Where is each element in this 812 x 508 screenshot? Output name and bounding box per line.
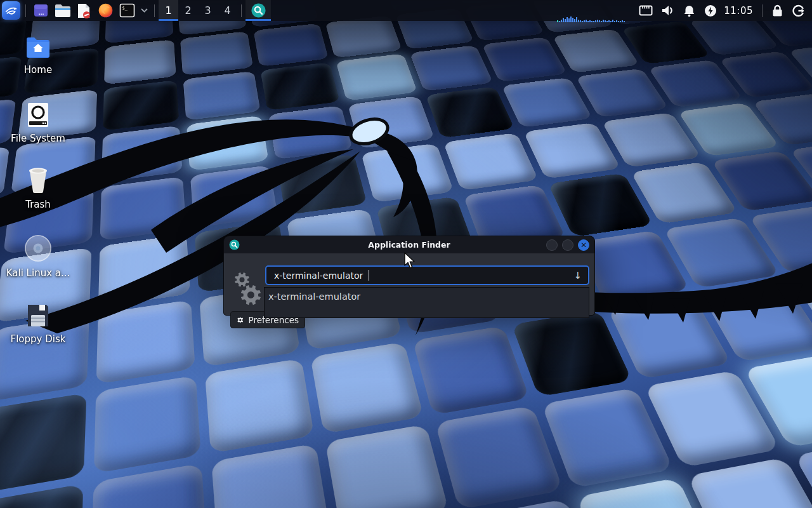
waveform-bar <box>574 19 575 22</box>
waveform-bar <box>620 21 621 22</box>
waveform-bar <box>580 20 581 22</box>
waveform-decoration <box>557 17 625 22</box>
result-item[interactable]: x-terminal-emulator <box>265 288 589 302</box>
minimize-button[interactable] <box>546 239 558 251</box>
panel-separator <box>241 4 242 17</box>
waveform-bar <box>603 20 604 22</box>
network-tray-item[interactable] <box>635 0 657 21</box>
clock[interactable]: 11:05 <box>721 5 758 17</box>
waveform-bar <box>578 20 579 22</box>
search-input-value: x-terminal-emulator <box>274 271 363 281</box>
panel-separator <box>154 4 155 17</box>
waveform-bar <box>589 20 591 22</box>
waveform-bar <box>622 20 623 22</box>
launcher-text-editor[interactable] <box>74 1 93 20</box>
waveform-bar <box>612 20 613 22</box>
desktop-icon-floppy[interactable]: Floppy Disk <box>8 302 69 345</box>
waveform-bar <box>584 20 585 22</box>
launcher-purple-app[interactable] <box>31 1 50 20</box>
workspace-number: 4 <box>224 4 230 17</box>
waveform-bar <box>586 20 587 22</box>
workspace-4[interactable]: 4 <box>218 0 237 21</box>
top-panel: $_ 1 2 3 4 <box>0 0 812 21</box>
appfinder-task-icon <box>251 3 266 18</box>
cdrom-disc-icon <box>23 234 53 263</box>
close-button[interactable]: ✕ <box>578 239 589 251</box>
terminal-dropdown-chevron[interactable] <box>139 1 149 20</box>
desktop-icon-trash[interactable]: Trash <box>8 166 69 210</box>
notifications-tray-item[interactable] <box>678 0 700 21</box>
volume-icon <box>661 4 674 17</box>
chevron-down-icon <box>141 8 148 13</box>
file-manager-icon <box>54 3 70 18</box>
launcher-firefox[interactable] <box>96 1 115 20</box>
workspace-number: 2 <box>185 4 191 17</box>
mouse-cursor <box>403 252 416 270</box>
workspace-number: 3 <box>204 4 211 17</box>
waveform-bar <box>591 21 593 22</box>
power-icon <box>704 4 717 17</box>
waveform-bar <box>605 20 606 22</box>
logout-button[interactable] <box>788 0 809 21</box>
desktop-icon-label: File System <box>11 133 65 144</box>
system-tray: 11:05 <box>635 0 812 21</box>
desktop-icon-label: Kali Linux a... <box>6 267 70 279</box>
launcher-terminal[interactable]: $_ <box>117 1 136 20</box>
logout-icon <box>792 4 805 17</box>
search-results-popup: x-terminal-emulator <box>264 287 589 318</box>
appfinder-window-icon <box>229 239 240 250</box>
waveform-bar <box>561 20 562 22</box>
hard-disk-icon <box>25 102 51 128</box>
workspace-number: 1 <box>165 4 171 17</box>
panel-separator <box>762 4 763 17</box>
waveform-bar <box>566 17 568 22</box>
network-icon <box>639 5 653 16</box>
waveform-bar <box>595 20 596 22</box>
search-input[interactable]: x-terminal-emulator ↓ <box>265 265 589 285</box>
volume-tray-item[interactable] <box>657 0 678 21</box>
desktop-icon-kali-cdrom[interactable]: Kali Linux a... <box>8 234 69 279</box>
kali-menu-button[interactable] <box>2 1 20 20</box>
titlebar[interactable]: Application Finder ✕ <box>223 236 595 253</box>
workspace-2[interactable]: 2 <box>178 0 198 21</box>
lock-icon <box>772 4 783 17</box>
panel-separator <box>25 4 26 17</box>
waveform-bar <box>614 21 615 22</box>
waveform-bar <box>599 20 600 22</box>
bell-icon <box>683 4 695 17</box>
workspace-1[interactable]: 1 <box>159 0 178 21</box>
workspace-3[interactable]: 3 <box>198 0 218 21</box>
waveform-bar <box>582 21 583 22</box>
text-caret <box>369 270 369 281</box>
desktop-root: Home File System Trash Kali Linux a... <box>0 0 812 508</box>
waveform-bar <box>572 18 573 22</box>
desktop-icon-home[interactable]: Home <box>8 36 69 76</box>
text-editor-icon <box>76 3 91 19</box>
waveform-bar <box>563 18 564 22</box>
firefox-icon <box>98 3 114 18</box>
waveform-bar <box>568 18 570 22</box>
waveform-bar <box>557 20 558 22</box>
waveform-bar <box>601 21 602 22</box>
purple-app-icon <box>33 3 49 18</box>
maximize-button[interactable] <box>562 239 573 251</box>
waveform-bar <box>610 21 612 22</box>
gears-icon <box>230 271 263 307</box>
waveform-bar <box>570 17 572 22</box>
taskbar-application-finder[interactable] <box>246 0 271 21</box>
window-title: Application Finder <box>224 240 594 250</box>
power-manager-tray-item[interactable] <box>700 0 721 21</box>
waveform-bar <box>576 17 577 22</box>
waveform-bar <box>565 19 566 22</box>
desktop-icon-file-system[interactable]: File System <box>8 102 69 144</box>
waveform-bar <box>593 21 594 22</box>
waveform-bar <box>608 20 610 22</box>
trash-icon <box>25 166 51 194</box>
waveform-bar <box>606 21 608 22</box>
lock-screen-button[interactable] <box>766 0 788 21</box>
launcher-file-manager[interactable] <box>53 1 72 20</box>
kali-menu-icon <box>4 4 18 17</box>
home-folder-icon <box>25 36 51 60</box>
svg-text:$_: $_ <box>122 6 128 11</box>
dropdown-arrow-icon[interactable]: ↓ <box>573 270 582 281</box>
